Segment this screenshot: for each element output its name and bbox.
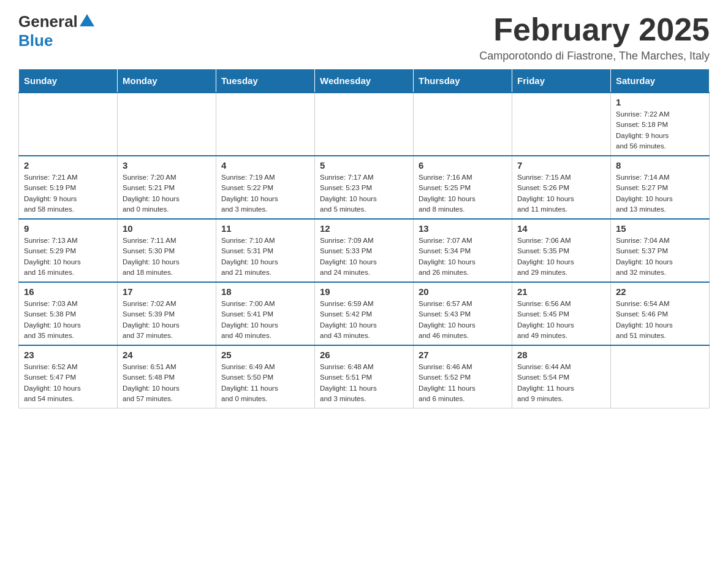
calendar-cell: 15Sunrise: 7:04 AM Sunset: 5:37 PM Dayli…	[611, 219, 710, 282]
calendar-cell: 24Sunrise: 6:51 AM Sunset: 5:48 PM Dayli…	[118, 345, 216, 408]
logo: General Blue	[18, 12, 96, 50]
logo-general-text: General	[18, 12, 78, 31]
calendar-cell	[315, 93, 414, 156]
calendar-cell: 3Sunrise: 7:20 AM Sunset: 5:21 PM Daylig…	[118, 156, 216, 219]
month-title: February 2025	[479, 12, 710, 47]
calendar-cell: 2Sunrise: 7:21 AM Sunset: 5:19 PM Daylig…	[19, 156, 118, 219]
day-number: 11	[221, 223, 309, 234]
calendar-cell: 9Sunrise: 7:13 AM Sunset: 5:29 PM Daylig…	[19, 219, 118, 282]
day-number: 16	[24, 286, 112, 297]
calendar-cell: 19Sunrise: 6:59 AM Sunset: 5:42 PM Dayli…	[315, 282, 414, 345]
day-info: Sunrise: 7:19 AM Sunset: 5:22 PM Dayligh…	[221, 172, 309, 215]
day-info: Sunrise: 7:06 AM Sunset: 5:35 PM Dayligh…	[517, 236, 605, 278]
day-info: Sunrise: 7:15 AM Sunset: 5:26 PM Dayligh…	[517, 172, 605, 215]
header-thursday: Thursday	[414, 69, 512, 93]
day-info: Sunrise: 6:59 AM Sunset: 5:42 PM Dayligh…	[320, 299, 408, 341]
day-number: 23	[24, 350, 112, 360]
day-number: 27	[419, 350, 507, 360]
calendar-cell: 21Sunrise: 6:56 AM Sunset: 5:45 PM Dayli…	[512, 282, 611, 345]
day-number: 25	[221, 350, 309, 360]
day-info: Sunrise: 7:11 AM Sunset: 5:30 PM Dayligh…	[123, 236, 211, 278]
calendar-cell: 1Sunrise: 7:22 AM Sunset: 5:18 PM Daylig…	[611, 93, 710, 156]
day-info: Sunrise: 7:17 AM Sunset: 5:23 PM Dayligh…	[320, 172, 408, 215]
calendar-cell: 5Sunrise: 7:17 AM Sunset: 5:23 PM Daylig…	[315, 156, 414, 219]
calendar-cell: 23Sunrise: 6:52 AM Sunset: 5:47 PM Dayli…	[19, 345, 118, 408]
day-info: Sunrise: 7:10 AM Sunset: 5:31 PM Dayligh…	[221, 236, 309, 278]
logo-blue-text: Blue	[18, 31, 53, 50]
day-info: Sunrise: 6:52 AM Sunset: 5:47 PM Dayligh…	[24, 362, 112, 404]
day-number: 22	[616, 286, 704, 297]
day-info: Sunrise: 7:02 AM Sunset: 5:39 PM Dayligh…	[123, 299, 211, 341]
day-number: 24	[123, 350, 211, 360]
calendar-cell: 28Sunrise: 6:44 AM Sunset: 5:54 PM Dayli…	[512, 345, 611, 408]
calendar-cell: 4Sunrise: 7:19 AM Sunset: 5:22 PM Daylig…	[216, 156, 315, 219]
day-number: 21	[517, 286, 605, 297]
day-number: 19	[320, 286, 408, 297]
header-saturday: Saturday	[611, 69, 710, 93]
calendar-cell: 11Sunrise: 7:10 AM Sunset: 5:31 PM Dayli…	[216, 219, 315, 282]
calendar-cell: 13Sunrise: 7:07 AM Sunset: 5:34 PM Dayli…	[414, 219, 512, 282]
calendar-cell: 8Sunrise: 7:14 AM Sunset: 5:27 PM Daylig…	[611, 156, 710, 219]
day-info: Sunrise: 6:54 AM Sunset: 5:46 PM Dayligh…	[616, 299, 704, 341]
location-subtitle: Camporotondo di Fiastrone, The Marches, …	[479, 50, 710, 63]
day-number: 9	[24, 223, 112, 234]
day-number: 4	[221, 160, 309, 170]
calendar-cell: 12Sunrise: 7:09 AM Sunset: 5:33 PM Dayli…	[315, 219, 414, 282]
day-number: 3	[123, 160, 211, 170]
day-number: 7	[517, 160, 605, 170]
header-friday: Friday	[512, 69, 611, 93]
calendar-cell	[414, 93, 512, 156]
calendar-table: SundayMondayTuesdayWednesdayThursdayFrid…	[18, 69, 710, 408]
calendar-cell: 16Sunrise: 7:03 AM Sunset: 5:38 PM Dayli…	[19, 282, 118, 345]
day-number: 10	[123, 223, 211, 234]
day-number: 26	[320, 350, 408, 360]
calendar-cell: 17Sunrise: 7:02 AM Sunset: 5:39 PM Dayli…	[118, 282, 216, 345]
day-info: Sunrise: 6:48 AM Sunset: 5:51 PM Dayligh…	[320, 362, 408, 404]
header-monday: Monday	[118, 69, 216, 93]
day-info: Sunrise: 7:09 AM Sunset: 5:33 PM Dayligh…	[320, 236, 408, 278]
day-info: Sunrise: 7:04 AM Sunset: 5:37 PM Dayligh…	[616, 236, 704, 278]
calendar-cell: 6Sunrise: 7:16 AM Sunset: 5:25 PM Daylig…	[414, 156, 512, 219]
day-number: 20	[419, 286, 507, 297]
day-number: 2	[24, 160, 112, 170]
day-info: Sunrise: 6:57 AM Sunset: 5:43 PM Dayligh…	[419, 299, 507, 341]
title-block: February 2025 Camporotondo di Fiastrone,…	[479, 12, 710, 63]
calendar-cell: 14Sunrise: 7:06 AM Sunset: 5:35 PM Dayli…	[512, 219, 611, 282]
day-number: 15	[616, 223, 704, 234]
calendar-header-row: SundayMondayTuesdayWednesdayThursdayFrid…	[19, 69, 710, 93]
day-info: Sunrise: 6:56 AM Sunset: 5:45 PM Dayligh…	[517, 299, 605, 341]
day-info: Sunrise: 7:22 AM Sunset: 5:18 PM Dayligh…	[616, 109, 704, 151]
logo-triangle-icon	[80, 14, 94, 26]
calendar-cell: 10Sunrise: 7:11 AM Sunset: 5:30 PM Dayli…	[118, 219, 216, 282]
day-info: Sunrise: 7:16 AM Sunset: 5:25 PM Dayligh…	[419, 172, 507, 215]
day-number: 17	[123, 286, 211, 297]
week-row-2: 2Sunrise: 7:21 AM Sunset: 5:19 PM Daylig…	[19, 156, 710, 219]
header-sunday: Sunday	[19, 69, 118, 93]
day-info: Sunrise: 7:03 AM Sunset: 5:38 PM Dayligh…	[24, 299, 112, 341]
week-row-5: 23Sunrise: 6:52 AM Sunset: 5:47 PM Dayli…	[19, 345, 710, 408]
day-info: Sunrise: 7:07 AM Sunset: 5:34 PM Dayligh…	[419, 236, 507, 278]
day-number: 18	[221, 286, 309, 297]
calendar-cell	[512, 93, 611, 156]
day-info: Sunrise: 7:00 AM Sunset: 5:41 PM Dayligh…	[221, 299, 309, 341]
day-number: 1	[616, 97, 704, 107]
calendar-cell: 7Sunrise: 7:15 AM Sunset: 5:26 PM Daylig…	[512, 156, 611, 219]
day-info: Sunrise: 7:14 AM Sunset: 5:27 PM Dayligh…	[616, 172, 704, 215]
calendar-cell	[216, 93, 315, 156]
calendar-cell	[19, 93, 118, 156]
day-info: Sunrise: 6:51 AM Sunset: 5:48 PM Dayligh…	[123, 362, 211, 404]
day-number: 6	[419, 160, 507, 170]
day-number: 13	[419, 223, 507, 234]
day-number: 12	[320, 223, 408, 234]
calendar-cell: 18Sunrise: 7:00 AM Sunset: 5:41 PM Dayli…	[216, 282, 315, 345]
day-info: Sunrise: 7:13 AM Sunset: 5:29 PM Dayligh…	[24, 236, 112, 278]
day-info: Sunrise: 6:49 AM Sunset: 5:50 PM Dayligh…	[221, 362, 309, 404]
day-number: 8	[616, 160, 704, 170]
day-info: Sunrise: 6:44 AM Sunset: 5:54 PM Dayligh…	[517, 362, 605, 404]
week-row-4: 16Sunrise: 7:03 AM Sunset: 5:38 PM Dayli…	[19, 282, 710, 345]
day-number: 14	[517, 223, 605, 234]
day-info: Sunrise: 7:21 AM Sunset: 5:19 PM Dayligh…	[24, 172, 112, 215]
calendar-cell: 26Sunrise: 6:48 AM Sunset: 5:51 PM Dayli…	[315, 345, 414, 408]
calendar-cell: 25Sunrise: 6:49 AM Sunset: 5:50 PM Dayli…	[216, 345, 315, 408]
day-number: 28	[517, 350, 605, 360]
